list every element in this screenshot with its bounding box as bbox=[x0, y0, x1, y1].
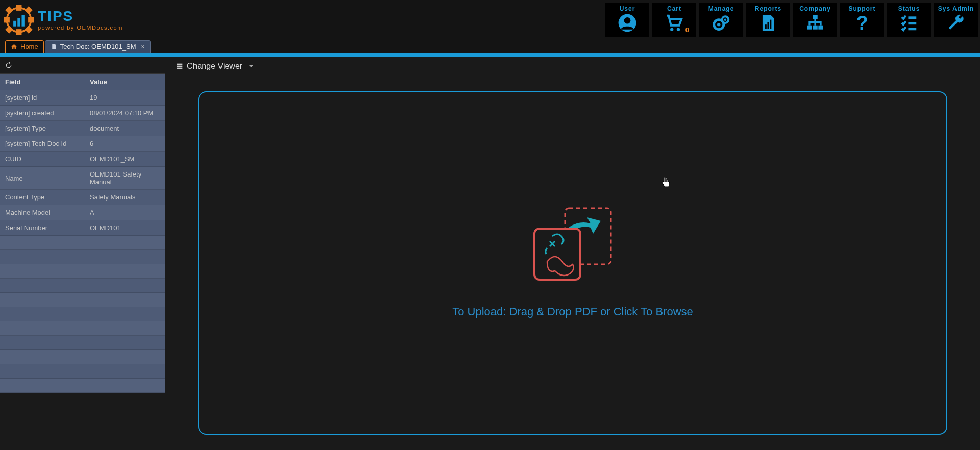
table-row[interactable]: Content TypeSafety Manuals bbox=[0, 190, 165, 205]
change-viewer-label: Change Viewer bbox=[187, 62, 242, 71]
svg-rect-33 bbox=[177, 67, 183, 69]
table-row[interactable] bbox=[0, 264, 165, 279]
main-toolbar: Change Viewer bbox=[165, 57, 980, 76]
svg-rect-28 bbox=[908, 16, 916, 19]
property-field: CUID bbox=[0, 152, 85, 167]
table-row[interactable] bbox=[0, 236, 165, 250]
brand-title: TIPS bbox=[38, 9, 123, 23]
tab-techdoc[interactable]: Tech Doc: OEMD101_SM × bbox=[45, 40, 151, 53]
logo-gear-icon bbox=[4, 5, 34, 35]
table-row[interactable] bbox=[0, 321, 165, 336]
svg-rect-26 bbox=[813, 25, 818, 29]
property-value: 6 bbox=[85, 136, 165, 152]
support-question-icon: ? bbox=[852, 13, 872, 33]
property-field: [system] id bbox=[0, 90, 85, 106]
svg-rect-11 bbox=[21, 15, 24, 26]
main-panel: Change Viewer To Upload: Dra bbox=[165, 57, 980, 450]
reports-icon bbox=[758, 13, 778, 33]
nav-status[interactable]: Status bbox=[887, 3, 931, 37]
property-value: OEMD101_SM bbox=[85, 152, 165, 167]
svg-rect-1 bbox=[17, 5, 20, 10]
property-value: A bbox=[85, 205, 165, 220]
property-field bbox=[0, 321, 85, 336]
accent-strip bbox=[0, 53, 980, 57]
property-field bbox=[0, 236, 85, 250]
svg-rect-32 bbox=[177, 65, 183, 67]
property-field: Content Type bbox=[0, 190, 85, 205]
tab-close-button[interactable]: × bbox=[141, 43, 145, 51]
change-viewer-dropdown[interactable]: Change Viewer bbox=[176, 62, 254, 71]
nav-cart[interactable]: Cart 0 bbox=[652, 3, 696, 37]
refresh-icon bbox=[5, 61, 13, 69]
viewer-icon bbox=[176, 62, 184, 70]
property-value: OEMD101 Safety Manual bbox=[85, 167, 165, 190]
property-value bbox=[85, 236, 165, 250]
company-org-icon bbox=[805, 13, 825, 33]
table-row[interactable]: [system] created08/01/2024 07:10 PM bbox=[0, 106, 165, 121]
tab-techdoc-label: Tech Doc: OEMD101_SM bbox=[60, 43, 136, 51]
svg-rect-22 bbox=[770, 19, 771, 28]
property-field: Name bbox=[0, 167, 85, 190]
svg-rect-2 bbox=[17, 30, 20, 34]
table-row[interactable] bbox=[0, 336, 165, 350]
nav-sysadmin[interactable]: Sys Admin bbox=[934, 3, 978, 37]
svg-rect-30 bbox=[908, 28, 916, 30]
svg-text:?: ? bbox=[856, 13, 868, 33]
refresh-button[interactable] bbox=[3, 60, 14, 71]
svg-rect-29 bbox=[908, 22, 916, 24]
table-row[interactable] bbox=[0, 293, 165, 307]
svg-rect-24 bbox=[807, 25, 812, 29]
svg-point-19 bbox=[724, 18, 726, 20]
table-row[interactable]: Machine ModelA bbox=[0, 205, 165, 220]
table-row[interactable]: [system] Tech Doc Id6 bbox=[0, 136, 165, 152]
table-row[interactable]: [system] Typedocument bbox=[0, 121, 165, 136]
table-row[interactable] bbox=[0, 279, 165, 293]
caret-down-icon bbox=[249, 64, 254, 69]
table-row[interactable] bbox=[0, 379, 165, 393]
table-row[interactable]: CUIDOEMD101_SM bbox=[0, 152, 165, 167]
table-row[interactable] bbox=[0, 364, 165, 379]
svg-rect-5 bbox=[7, 7, 12, 12]
table-row[interactable] bbox=[0, 307, 165, 321]
nav-manage[interactable]: Manage bbox=[699, 3, 743, 37]
property-value bbox=[85, 293, 165, 307]
property-value bbox=[85, 279, 165, 293]
svg-rect-35 bbox=[534, 229, 580, 280]
svg-rect-25 bbox=[818, 25, 823, 29]
cart-icon bbox=[665, 13, 684, 33]
table-row[interactable] bbox=[0, 250, 165, 264]
property-field: Serial Number bbox=[0, 220, 85, 236]
nav-company[interactable]: Company bbox=[793, 3, 837, 37]
property-field bbox=[0, 379, 85, 393]
property-value bbox=[85, 364, 165, 379]
property-value: 19 bbox=[85, 90, 165, 106]
col-header-field: Field bbox=[0, 74, 85, 90]
nav-buttons: User Cart 0 Manage Reports Company Suppo… bbox=[605, 3, 978, 37]
property-value bbox=[85, 250, 165, 264]
document-icon bbox=[51, 43, 57, 50]
property-value bbox=[85, 336, 165, 350]
nav-reports[interactable]: Reports bbox=[746, 3, 790, 37]
manage-gears-icon bbox=[712, 13, 731, 33]
upload-graphic-icon bbox=[522, 193, 624, 285]
svg-rect-31 bbox=[177, 63, 183, 65]
svg-rect-8 bbox=[26, 27, 31, 32]
svg-rect-10 bbox=[17, 18, 20, 26]
property-field bbox=[0, 307, 85, 321]
table-row[interactable]: Serial NumberOEMD101 bbox=[0, 220, 165, 236]
upload-instruction-text: To Upload: Drag & Drop PDF or Click To B… bbox=[452, 305, 693, 318]
nav-user[interactable]: User bbox=[605, 3, 649, 37]
upload-drop-area[interactable]: To Upload: Drag & Drop PDF or Click To B… bbox=[198, 91, 947, 435]
table-row[interactable]: NameOEMD101 Safety Manual bbox=[0, 167, 165, 190]
tab-home[interactable]: Home bbox=[5, 40, 44, 53]
app-header: TIPS powered by OEMDocs.com User Cart 0 … bbox=[0, 0, 980, 39]
nav-support[interactable]: Support ? bbox=[840, 3, 884, 37]
property-field bbox=[0, 364, 85, 379]
property-value bbox=[85, 321, 165, 336]
properties-table: Field Value [system] id19[system] create… bbox=[0, 74, 165, 393]
table-row[interactable]: [system] id19 bbox=[0, 90, 165, 106]
cursor-pointer-icon bbox=[661, 177, 670, 188]
property-field bbox=[0, 250, 85, 264]
property-value: Safety Manuals bbox=[85, 190, 165, 205]
table-row[interactable] bbox=[0, 350, 165, 364]
